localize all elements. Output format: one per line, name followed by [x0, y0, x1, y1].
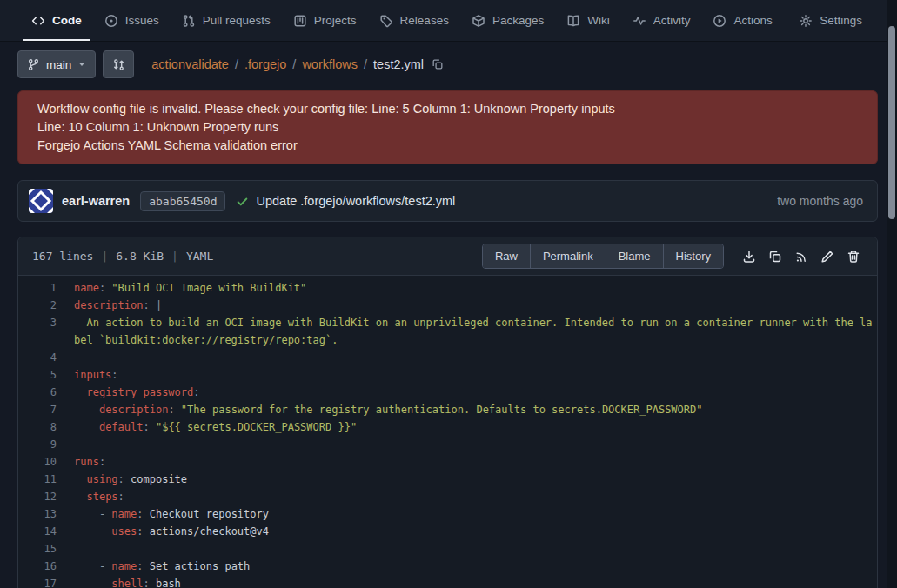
error-message-line: Line: 10 Column 1: Unknown Property runs — [37, 118, 858, 137]
line-number[interactable]: 16 — [18, 558, 57, 575]
code-line: 1name: "Build OCI Image with BuildKit" — [18, 279, 877, 297]
line-number[interactable]: 10 — [18, 453, 57, 471]
copy-button[interactable] — [762, 244, 788, 270]
code-token — [74, 578, 111, 588]
line-number[interactable]: 11 — [18, 471, 57, 488]
code-token: : | — [143, 299, 162, 311]
commit-author-name[interactable]: earl-warren — [62, 194, 130, 208]
line-number[interactable]: 3 — [18, 314, 57, 349]
download-button[interactable] — [736, 244, 762, 270]
edit-button[interactable] — [814, 244, 840, 270]
line-content: inputs: — [74, 366, 877, 384]
breadcrumb-separator: / — [235, 57, 238, 71]
code-line: 12 steps: — [18, 488, 877, 505]
code-line: 7 description: "The password for the reg… — [18, 401, 877, 418]
line-number[interactable]: 13 — [18, 505, 57, 523]
code-token: : — [168, 404, 180, 416]
error-banner: Workflow config file is invalid. Please … — [17, 90, 878, 164]
line-content: - name: Set actions path — [74, 558, 877, 575]
tab-code[interactable]: Code — [23, 0, 90, 41]
commit-age: two months ago — [777, 194, 863, 208]
tab-packages[interactable]: Packages — [463, 0, 552, 41]
line-number[interactable]: 12 — [18, 488, 57, 505]
breadcrumb-link[interactable]: .forgejo — [244, 57, 286, 71]
line-number[interactable]: 8 — [18, 418, 57, 436]
code-token: Checkout repository — [150, 508, 269, 520]
breadcrumb-current-file: test2.yml — [373, 57, 424, 71]
commit-author-avatar[interactable] — [29, 189, 53, 213]
compare-button[interactable] — [103, 50, 134, 78]
tab-pull-requests[interactable]: Pull requests — [173, 0, 279, 41]
line-content: runs: — [74, 453, 877, 471]
tab-releases[interactable]: Releases — [371, 0, 458, 41]
code-token: composite — [131, 473, 187, 485]
raw-button[interactable]: Raw — [483, 244, 531, 268]
releases-icon — [379, 14, 393, 28]
tab-label: Pull requests — [203, 14, 271, 27]
tab-label: Wiki — [587, 14, 610, 27]
code-view: 1name: "Build OCI Image with BuildKit"2d… — [18, 276, 877, 588]
file-meta: 167 lines | 6.8 KiB | YAML — [32, 250, 213, 263]
commit-sha-badge[interactable]: abab65450d — [140, 191, 225, 211]
page-scrollbar[interactable] — [887, 0, 897, 588]
tab-activity[interactable]: Activity — [624, 0, 700, 41]
rss-icon — [794, 250, 808, 264]
line-number[interactable]: 15 — [18, 540, 57, 558]
compare-icon — [112, 58, 125, 71]
code-token: : — [143, 578, 155, 588]
code-line: 6 registry_password: — [18, 384, 877, 401]
breadcrumb-link[interactable]: workflows — [302, 57, 358, 71]
blame-button[interactable]: Blame — [606, 244, 664, 268]
code-line: 14 uses: actions/checkout@v4 — [18, 523, 877, 540]
code-line: 9 — [18, 436, 877, 453]
check-icon — [236, 195, 249, 208]
line-number[interactable]: 1 — [18, 279, 57, 297]
line-content — [74, 349, 877, 366]
issues-icon — [104, 14, 118, 28]
commit-message[interactable]: Update .forgejo/workflows/test2.yml — [256, 194, 455, 208]
scrollbar-thumb[interactable] — [888, 26, 895, 219]
tab-wiki[interactable]: Wiki — [558, 0, 619, 41]
delete-button[interactable] — [840, 244, 867, 270]
tab-label: Packages — [492, 14, 544, 27]
tab-actions[interactable]: Actions — [704, 0, 780, 41]
breadcrumb-link[interactable]: actionvalidate — [151, 57, 229, 71]
repo-tab-bar: CodeIssuesPull requestsProjectsReleasesP… — [0, 0, 897, 42]
line-content: steps: — [74, 488, 877, 505]
line-number[interactable]: 6 — [18, 384, 57, 401]
code-token — [74, 421, 99, 433]
line-number[interactable]: 5 — [18, 366, 57, 384]
code-token — [74, 525, 111, 538]
code-token: name — [111, 508, 137, 520]
copy-path-icon[interactable] — [432, 58, 444, 70]
line-number[interactable]: 17 — [18, 575, 57, 588]
code-token: name — [74, 282, 99, 294]
history-button[interactable]: History — [664, 244, 723, 268]
code-line: 8 default: "${{ secrets.DOCKER_PASSWORD … — [18, 418, 877, 436]
line-number[interactable]: 7 — [18, 401, 57, 418]
line-number[interactable]: 2 — [18, 297, 57, 314]
packages-icon — [472, 14, 485, 28]
file-language: YAML — [186, 250, 213, 263]
permalink-button[interactable]: Permalink — [531, 244, 606, 268]
download-icon — [742, 250, 756, 264]
code-token: uses — [111, 525, 137, 538]
line-number[interactable]: 4 — [18, 349, 57, 366]
tab-settings[interactable]: Settings — [790, 0, 871, 41]
tab-projects[interactable]: Projects — [284, 0, 365, 41]
line-number[interactable]: 14 — [18, 523, 57, 540]
code-icon — [31, 14, 45, 28]
rss-button[interactable] — [788, 244, 814, 270]
meta-separator: | — [171, 250, 178, 263]
tab-label: Projects — [314, 14, 357, 27]
code-token — [74, 508, 99, 520]
branch-selector[interactable]: main — [17, 50, 96, 78]
line-number[interactable]: 9 — [18, 436, 57, 453]
file-view-buttons: RawPermalinkBlameHistory — [482, 244, 724, 269]
code-line: 4 — [18, 349, 877, 366]
tab-issues[interactable]: Issues — [96, 0, 168, 41]
file-header: 167 lines | 6.8 KiB | YAML RawPermalinkB… — [18, 237, 877, 276]
code-line: 5inputs: — [18, 366, 877, 384]
code-token: : — [137, 560, 149, 572]
code-token: bash — [156, 578, 181, 588]
